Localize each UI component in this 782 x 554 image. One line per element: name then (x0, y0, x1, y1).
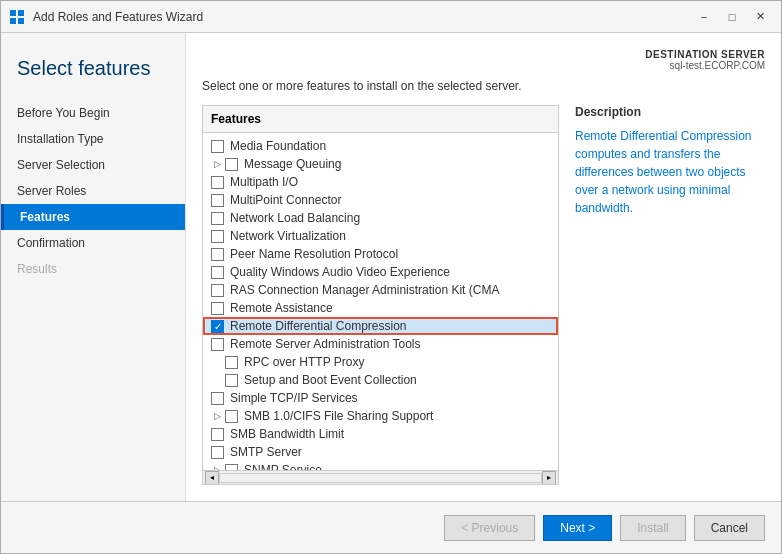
list-item[interactable]: Multipath I/O (203, 173, 558, 191)
sidebar-item-before-you-begin[interactable]: Before You Begin (1, 100, 185, 126)
feature-label: Peer Name Resolution Protocol (230, 247, 398, 261)
description-text: Remote Differential Compression computes… (575, 127, 765, 217)
list-item[interactable]: Setup and Boot Event Collection (217, 371, 558, 389)
feature-label: Remote Differential Compression (230, 319, 407, 333)
checkbox-ras[interactable] (211, 284, 224, 297)
list-item[interactable]: SMTP Server (203, 443, 558, 461)
feature-label: SMTP Server (230, 445, 302, 459)
list-item-remote-diff-compression[interactable]: ✓ Remote Differential Compression (203, 317, 558, 335)
main-window: Add Roles and Features Wizard − □ ✕ Sele… (0, 0, 782, 554)
main-content: DESTINATION SERVER sql-test.ECORP.COM Se… (186, 33, 781, 501)
feature-label: Network Load Balancing (230, 211, 360, 225)
server-info-label: DESTINATION SERVER (202, 49, 765, 60)
list-item[interactable]: Quality Windows Audio Video Experience (203, 263, 558, 281)
checkbox-rpc-http[interactable] (225, 356, 238, 369)
checkbox-nlb[interactable] (211, 212, 224, 225)
horizontal-scrollbar[interactable]: ◂ ▸ (203, 470, 558, 484)
install-button[interactable]: Install (620, 515, 685, 541)
feature-label: MultiPoint Connector (230, 193, 341, 207)
sidebar-item-confirmation[interactable]: Confirmation (1, 230, 185, 256)
maximize-button[interactable]: □ (719, 7, 745, 27)
feature-label: SMB Bandwidth Limit (230, 427, 344, 441)
checkbox-smtp[interactable] (211, 446, 224, 459)
list-item[interactable]: ▷ SMB 1.0/CIFS File Sharing Support (203, 407, 558, 425)
feature-label: SNMP Service (244, 463, 322, 470)
expand-icon[interactable]: ▷ (211, 158, 223, 170)
feature-label: RPC over HTTP Proxy (244, 355, 364, 369)
checkbox-pnrp[interactable] (211, 248, 224, 261)
list-item[interactable]: RPC over HTTP Proxy (217, 353, 558, 371)
checkbox-rdc[interactable]: ✓ (211, 320, 224, 333)
window-title: Add Roles and Features Wizard (33, 10, 203, 24)
feature-label: Setup and Boot Event Collection (244, 373, 417, 387)
cancel-button[interactable]: Cancel (694, 515, 765, 541)
sidebar-item-server-selection[interactable]: Server Selection (1, 152, 185, 178)
sidebar-item-server-roles[interactable]: Server Roles (1, 178, 185, 204)
app-icon (9, 9, 25, 25)
close-button[interactable]: ✕ (747, 7, 773, 27)
feature-label: Remote Assistance (230, 301, 333, 315)
list-item[interactable]: SMB Bandwidth Limit (203, 425, 558, 443)
features-list[interactable]: Media Foundation ▷ Message Queuing Multi… (203, 133, 558, 470)
feature-label: Multipath I/O (230, 175, 298, 189)
checkbox-smb[interactable] (225, 410, 238, 423)
next-button[interactable]: Next > (543, 515, 612, 541)
feature-label: Network Virtualization (230, 229, 346, 243)
minimize-button[interactable]: − (691, 7, 717, 27)
list-item[interactable]: RAS Connection Manager Administration Ki… (203, 281, 558, 299)
checkbox-multipoint[interactable] (211, 194, 224, 207)
checkbox-multipath[interactable] (211, 176, 224, 189)
list-item[interactable]: Media Foundation (203, 137, 558, 155)
feature-label: Media Foundation (230, 139, 326, 153)
svg-rect-3 (18, 18, 24, 24)
feature-label: Simple TCP/IP Services (230, 391, 358, 405)
checkbox-remote-assistance[interactable] (211, 302, 224, 315)
svg-rect-2 (10, 18, 16, 24)
feature-label: Message Queuing (244, 157, 341, 171)
checkbox-media-foundation[interactable] (211, 140, 224, 153)
feature-label: SMB 1.0/CIFS File Sharing Support (244, 409, 433, 423)
footer: < Previous Next > Install Cancel (1, 501, 781, 553)
svg-rect-1 (18, 10, 24, 16)
server-info: DESTINATION SERVER sql-test.ECORP.COM (202, 49, 765, 71)
sidebar-item-installation-type[interactable]: Installation Type (1, 126, 185, 152)
features-header: Features (203, 106, 558, 133)
page-title: Select features (1, 49, 185, 100)
checkbox-smb-bw[interactable] (211, 428, 224, 441)
list-item[interactable]: Network Load Balancing (203, 209, 558, 227)
checkbox-qwave[interactable] (211, 266, 224, 279)
sidebar-item-features[interactable]: Features (1, 204, 185, 230)
title-controls: − □ ✕ (691, 7, 773, 27)
checkbox-tcpip[interactable] (211, 392, 224, 405)
feature-label: Remote Server Administration Tools (230, 337, 421, 351)
svg-rect-0 (10, 10, 16, 16)
list-item[interactable]: ▷ Message Queuing (203, 155, 558, 173)
list-item[interactable]: Remote Server Administration Tools (203, 335, 558, 353)
list-item[interactable]: Peer Name Resolution Protocol (203, 245, 558, 263)
description-panel: Description Remote Differential Compress… (575, 105, 765, 485)
list-item[interactable]: ▷ SNMP Service (203, 461, 558, 470)
checkbox-rsat[interactable] (211, 338, 224, 351)
server-info-value: sql-test.ECORP.COM (202, 60, 765, 71)
feature-label: RAS Connection Manager Administration Ki… (230, 283, 499, 297)
scroll-left-button[interactable]: ◂ (205, 471, 219, 485)
previous-button[interactable]: < Previous (444, 515, 535, 541)
expand-icon[interactable]: ▷ (211, 410, 223, 422)
scroll-track[interactable] (219, 473, 542, 483)
list-item[interactable]: Simple TCP/IP Services (203, 389, 558, 407)
scroll-right-button[interactable]: ▸ (542, 471, 556, 485)
sidebar-item-results: Results (1, 256, 185, 282)
sidebar: Select features Before You Begin Install… (1, 33, 186, 501)
title-bar-left: Add Roles and Features Wizard (9, 9, 203, 25)
checkbox-net-virt[interactable] (211, 230, 224, 243)
checkbox-setup-boot[interactable] (225, 374, 238, 387)
list-item[interactable]: Network Virtualization (203, 227, 558, 245)
content-area: Select features Before You Begin Install… (1, 33, 781, 501)
title-bar: Add Roles and Features Wizard − □ ✕ (1, 1, 781, 33)
checkbox-message-queuing[interactable] (225, 158, 238, 171)
list-item[interactable]: Remote Assistance (203, 299, 558, 317)
two-column-layout: Features Media Foundation ▷ Message Queu… (202, 105, 765, 485)
list-item[interactable]: MultiPoint Connector (203, 191, 558, 209)
instruction-text: Select one or more features to install o… (202, 79, 765, 93)
feature-label: Quality Windows Audio Video Experience (230, 265, 450, 279)
